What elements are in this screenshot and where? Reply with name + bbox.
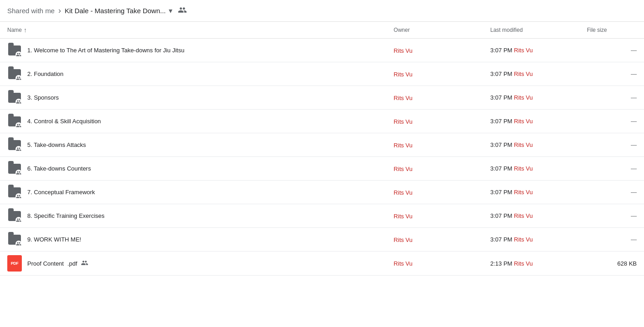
- file-owner-cell: Rits Vu: [387, 62, 483, 86]
- size-dash: —: [631, 47, 637, 54]
- folder-icon: [7, 232, 22, 247]
- file-modified-cell: 2:13 PM Rits Vu: [483, 252, 579, 276]
- breadcrumb-folder-name: Kit Dale - Mastering Take Down...: [65, 7, 166, 15]
- owner-link[interactable]: Rits Vu: [394, 47, 413, 54]
- folder-icon: [7, 161, 22, 176]
- file-modified-cell: 3:07 PM Rits Vu: [483, 39, 579, 62]
- people-icon[interactable]: [178, 5, 187, 16]
- breadcrumb-current-folder: Kit Dale - Mastering Take Down... ▾: [65, 6, 172, 15]
- folder-icon: [7, 138, 22, 152]
- file-name-cell: 2. Foundation: [0, 62, 387, 86]
- file-name-label: 7. Conceptual Framework: [27, 189, 95, 196]
- file-modified-cell: 3:07 PM Rits Vu: [483, 157, 579, 181]
- owner-link[interactable]: Rits Vu: [394, 71, 413, 78]
- breadcrumb-shared-link[interactable]: Shared with me: [7, 7, 55, 15]
- file-owner-cell: Rits Vu: [387, 157, 483, 181]
- file-owner-cell: Rits Vu: [387, 39, 483, 62]
- owner-link[interactable]: Rits Vu: [394, 213, 413, 220]
- column-owner[interactable]: Owner: [387, 22, 483, 39]
- file-name-label: 2. Foundation: [27, 70, 64, 77]
- file-size-cell: —: [579, 39, 644, 62]
- sort-asc-icon: ↑: [24, 26, 27, 34]
- size-dash: —: [631, 236, 637, 243]
- owner-link[interactable]: Rits Vu: [394, 260, 413, 267]
- modified-user-link[interactable]: Rits Vu: [514, 212, 533, 219]
- folder-icon: [7, 67, 22, 81]
- modified-user-link[interactable]: Rits Vu: [514, 118, 533, 125]
- file-modified-cell: 3:07 PM Rits Vu: [483, 110, 579, 133]
- chevron-down-icon[interactable]: ▾: [169, 6, 172, 15]
- owner-link[interactable]: Rits Vu: [394, 118, 413, 125]
- table-row[interactable]: 6. Take-downs CountersRits Vu3:07 PM Rit…: [0, 157, 644, 181]
- modified-user-link[interactable]: Rits Vu: [514, 141, 533, 148]
- shared-people-icon: [81, 259, 88, 268]
- file-size-cell: —: [579, 86, 644, 110]
- file-owner-cell: Rits Vu: [387, 181, 483, 204]
- folder-icon: [7, 209, 22, 223]
- file-modified-cell: 3:07 PM Rits Vu: [483, 62, 579, 86]
- size-dash: —: [631, 212, 637, 219]
- file-name-label: 8. Specific Training Exercises: [27, 212, 105, 219]
- table-row[interactable]: 3. SponsorsRits Vu3:07 PM Rits Vu—: [0, 86, 644, 110]
- size-dash: —: [631, 141, 637, 148]
- folder-icon: [7, 114, 22, 129]
- modified-time: 3:07 PM: [490, 70, 514, 77]
- file-size-cell: —: [579, 110, 644, 133]
- file-name-cell: 9. WORK WITH ME!: [0, 228, 387, 252]
- file-name-cell: 4. Control & Skill Acquisition: [0, 110, 387, 133]
- file-size-cell: —: [579, 133, 644, 157]
- modified-time: 3:07 PM: [490, 47, 514, 54]
- file-modified-cell: 3:07 PM Rits Vu: [483, 204, 579, 228]
- size-dash: —: [631, 189, 637, 196]
- file-name-cell: 3. Sponsors: [0, 86, 387, 110]
- size-dash: —: [631, 70, 637, 77]
- table-row[interactable]: 7. Conceptual FrameworkRits Vu3:07 PM Ri…: [0, 181, 644, 204]
- table-row[interactable]: 9. WORK WITH ME!Rits Vu3:07 PM Rits Vu—: [0, 228, 644, 252]
- modified-user-link[interactable]: Rits Vu: [514, 189, 533, 196]
- table-row[interactable]: 5. Take-downs AttacksRits Vu3:07 PM Rits…: [0, 133, 644, 157]
- file-name-cell: 6. Take-downs Counters: [0, 157, 387, 181]
- file-modified-cell: 3:07 PM Rits Vu: [483, 133, 579, 157]
- owner-link[interactable]: Rits Vu: [394, 95, 413, 101]
- modified-user-link[interactable]: Rits Vu: [514, 236, 533, 243]
- table-row[interactable]: PDFProof Content.pdfRits Vu2:13 PM Rits …: [0, 252, 644, 276]
- table-row[interactable]: 2. FoundationRits Vu3:07 PM Rits Vu—: [0, 62, 644, 86]
- file-name-cell: 7. Conceptual Framework: [0, 181, 387, 204]
- file-owner-cell: Rits Vu: [387, 228, 483, 252]
- breadcrumb-separator: ›: [58, 6, 61, 15]
- file-name-label: 1. Welcome to The Art of Mastering Take-…: [27, 47, 184, 54]
- table-header-row: Name ↑ Owner Last modified File size: [0, 22, 644, 39]
- modified-user-link[interactable]: Rits Vu: [514, 47, 533, 54]
- owner-link[interactable]: Rits Vu: [394, 236, 413, 243]
- table-row[interactable]: 8. Specific Training ExercisesRits Vu3:0…: [0, 204, 644, 228]
- file-name-cell: 5. Take-downs Attacks: [0, 133, 387, 157]
- modified-user-link[interactable]: Rits Vu: [514, 165, 533, 172]
- file-name-cell: 1. Welcome to The Art of Mastering Take-…: [0, 39, 387, 62]
- modified-user-link[interactable]: Rits Vu: [514, 94, 533, 101]
- modified-time: 3:07 PM: [490, 141, 514, 148]
- owner-link[interactable]: Rits Vu: [394, 166, 413, 172]
- file-table: Name ↑ Owner Last modified File size 1. …: [0, 22, 644, 276]
- owner-link[interactable]: Rits Vu: [394, 142, 413, 149]
- file-modified-cell: 3:07 PM Rits Vu: [483, 228, 579, 252]
- modified-user-link[interactable]: Rits Vu: [514, 70, 533, 77]
- modified-time: 3:07 PM: [490, 165, 514, 172]
- table-row[interactable]: 1. Welcome to The Art of Mastering Take-…: [0, 39, 644, 62]
- modified-time: 2:13 PM: [490, 260, 514, 267]
- modified-time: 3:07 PM: [490, 118, 514, 125]
- folder-icon: [7, 185, 22, 200]
- file-owner-cell: Rits Vu: [387, 110, 483, 133]
- file-name-label: 6. Take-downs Counters: [27, 165, 91, 172]
- column-name[interactable]: Name ↑: [0, 22, 387, 39]
- file-name-cell: PDFProof Content.pdf: [0, 252, 387, 276]
- owner-link[interactable]: Rits Vu: [394, 189, 413, 196]
- column-last-modified[interactable]: Last modified: [483, 22, 579, 39]
- column-file-size[interactable]: File size: [579, 22, 644, 39]
- modified-user-link[interactable]: Rits Vu: [514, 260, 533, 267]
- folder-icon: [7, 43, 22, 58]
- breadcrumb: Shared with me › Kit Dale - Mastering Ta…: [0, 0, 644, 22]
- file-ext: .pdf: [67, 260, 77, 267]
- modified-time: 3:07 PM: [490, 236, 514, 243]
- file-name-label: 5. Take-downs Attacks: [27, 141, 86, 148]
- table-row[interactable]: 4. Control & Skill AcquisitionRits Vu3:0…: [0, 110, 644, 133]
